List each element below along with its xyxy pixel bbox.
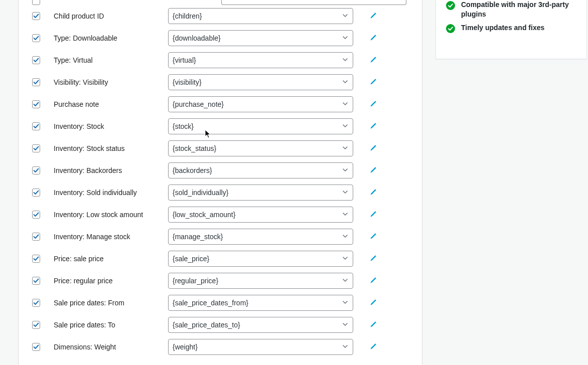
row-checkbox[interactable] <box>32 211 40 219</box>
field-row: Visibility: Visibility {visibility} <box>19 71 422 93</box>
row-checkbox[interactable] <box>32 56 40 64</box>
field-label: Inventory: Stock status <box>54 144 168 152</box>
edit-icon[interactable] <box>369 342 378 352</box>
chevron-down-icon <box>342 277 349 285</box>
edit-icon[interactable] <box>369 320 378 330</box>
chevron-down-icon <box>342 100 349 109</box>
chevron-down-icon <box>342 122 349 131</box>
chevron-down-icon <box>342 343 349 351</box>
field-value-dropdown[interactable]: {regular_price} <box>168 273 353 289</box>
row-checkbox[interactable] <box>32 277 40 285</box>
field-value-dropdown[interactable]: {weight} <box>168 339 353 355</box>
row-checkbox[interactable] <box>32 34 40 42</box>
benefits-sidebar: Compatible with major 3rd-party plugins … <box>435 0 587 59</box>
field-value-dropdown[interactable]: {stock_status} <box>168 140 353 156</box>
edit-icon[interactable] <box>369 11 378 22</box>
edit-icon[interactable] <box>369 254 378 264</box>
chevron-down-icon <box>342 78 349 87</box>
row-checkbox[interactable] <box>32 321 40 329</box>
edit-icon[interactable] <box>369 276 378 286</box>
benefit-text: Timely updates and fixes <box>461 23 544 33</box>
edit-icon[interactable] <box>369 143 378 154</box>
benefit-text: Compatible with major 3rd-party plugins <box>461 0 576 19</box>
field-label: Sale price dates: To <box>54 321 168 329</box>
field-row: Inventory: Stock {stock} <box>19 115 422 137</box>
svg-point-1 <box>446 24 455 33</box>
row-checkbox[interactable] <box>32 233 40 241</box>
field-value-dropdown[interactable]: {sold_individually} <box>168 185 353 201</box>
field-label: Type: Virtual <box>54 56 168 64</box>
field-value-dropdown[interactable]: {downloadable} <box>168 30 353 46</box>
field-row: Dimensions: Weight {weight} <box>19 336 422 358</box>
row-checkbox[interactable] <box>32 144 40 152</box>
chevron-down-icon <box>342 12 349 21</box>
field-value-dropdown[interactable]: {sale_price_dates_from} <box>168 295 353 311</box>
field-label: Sale price dates: From <box>54 299 168 307</box>
edit-icon[interactable] <box>369 298 378 308</box>
field-mapping-panel: Child product ID {children} Type: Downlo… <box>18 0 422 365</box>
benefit-item: Compatible with major 3rd-party plugins <box>446 0 576 19</box>
partial-previous-row <box>19 0 422 5</box>
dropdown-value: {backorders} <box>173 166 212 174</box>
chevron-down-icon <box>342 189 349 197</box>
field-label: Inventory: Backorders <box>54 166 168 174</box>
field-row: Sale price dates: To {sale_price_dates_t… <box>19 314 422 336</box>
field-value-dropdown[interactable]: {backorders} <box>168 162 353 178</box>
edit-icon[interactable] <box>369 165 378 176</box>
row-checkbox[interactable] <box>32 122 40 130</box>
partial-dropdown[interactable] <box>221 0 406 5</box>
field-row: Inventory: Sold individually {sold_indiv… <box>19 181 422 204</box>
field-label: Type: Downloadable <box>54 34 168 42</box>
field-label: Purchase note <box>54 100 168 108</box>
row-checkbox[interactable] <box>32 166 40 174</box>
benefit-item: Timely updates and fixes <box>446 23 576 35</box>
row-checkbox[interactable] <box>32 0 40 5</box>
edit-icon[interactable] <box>369 33 378 44</box>
dropdown-value: {regular_price} <box>173 277 218 285</box>
row-checkbox[interactable] <box>32 189 40 197</box>
field-value-dropdown[interactable]: {manage_stock} <box>168 229 353 245</box>
dropdown-value: {purchase_note} <box>173 100 224 108</box>
field-value-dropdown[interactable]: {purchase_note} <box>168 96 353 112</box>
chevron-down-icon <box>342 166 349 175</box>
edit-icon[interactable] <box>369 99 378 110</box>
row-checkbox[interactable] <box>32 78 40 86</box>
field-row: Purchase note {purchase_note} <box>19 93 422 115</box>
dropdown-value: {visibility} <box>173 78 202 86</box>
chevron-down-icon <box>342 56 349 65</box>
field-value-dropdown[interactable]: {sale_price_dates_to} <box>168 317 353 333</box>
field-label: Inventory: Manage stock <box>54 233 168 241</box>
row-checkbox[interactable] <box>32 299 40 307</box>
field-value-dropdown[interactable]: {children} <box>168 8 353 24</box>
row-checkbox[interactable] <box>32 12 40 20</box>
field-label: Child product ID <box>54 12 168 20</box>
row-checkbox[interactable] <box>32 255 40 263</box>
field-row: Child product ID {children} <box>19 5 422 27</box>
dropdown-value: {sold_individually} <box>173 189 228 197</box>
check-circle-icon <box>446 24 455 35</box>
chevron-down-icon <box>342 211 349 219</box>
dropdown-value: {weight} <box>173 343 198 351</box>
edit-icon[interactable] <box>369 188 378 198</box>
chevron-down-icon <box>342 321 349 329</box>
edit-icon[interactable] <box>369 77 378 88</box>
edit-icon[interactable] <box>369 210 378 220</box>
field-label: Dimensions: Weight <box>54 343 168 351</box>
field-row: Sale price dates: From {sale_price_dates… <box>19 292 422 314</box>
field-value-dropdown[interactable]: {low_stock_amount} <box>168 207 353 223</box>
dropdown-value: {stock} <box>173 122 194 130</box>
field-row: Inventory: Low stock amount {low_stock_a… <box>19 204 422 226</box>
dropdown-value: {children} <box>173 12 202 20</box>
field-row: Inventory: Stock status {stock_status} <box>19 137 422 159</box>
row-checkbox[interactable] <box>32 343 40 351</box>
edit-icon[interactable] <box>369 232 378 242</box>
field-value-dropdown[interactable]: {visibility} <box>168 74 353 90</box>
chevron-down-icon <box>342 34 349 43</box>
chevron-down-icon <box>342 299 349 307</box>
field-value-dropdown[interactable]: {stock} <box>168 118 353 134</box>
row-checkbox[interactable] <box>32 100 40 108</box>
edit-icon[interactable] <box>369 121 378 132</box>
field-value-dropdown[interactable]: {sale_price} <box>168 251 353 267</box>
field-value-dropdown[interactable]: {virtual} <box>168 52 353 68</box>
edit-icon[interactable] <box>369 55 378 66</box>
